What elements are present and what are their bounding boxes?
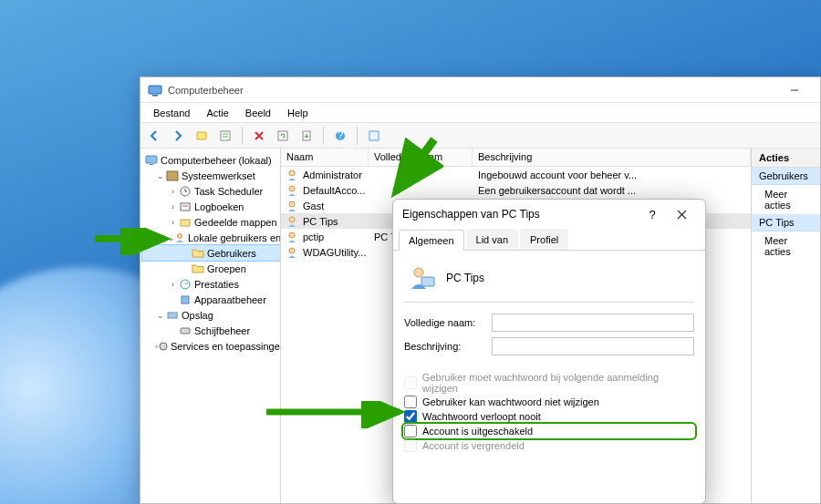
checkbox[interactable]	[404, 425, 417, 437]
delete-button[interactable]	[249, 126, 269, 146]
tab-lidvan[interactable]: Lid van	[466, 229, 518, 250]
tree-item-schijfbeheer[interactable]: Schijfbeheer	[142, 323, 280, 338]
user-icon	[286, 169, 299, 181]
menu-beeld[interactable]: Beeld	[238, 106, 278, 120]
tree-item-logboeken[interactable]: ›Logboeken	[142, 199, 280, 214]
tree-item-gedeelde-mappen[interactable]: ›Gedeelde mappen	[142, 214, 280, 230]
checkbox-label: Account is uitgeschakeld	[422, 426, 533, 437]
svg-rect-12	[146, 156, 157, 163]
tab-profiel[interactable]: Profiel	[520, 229, 568, 250]
menubar: Bestand Actie Beeld Help	[140, 103, 820, 123]
svg-rect-11	[369, 131, 379, 140]
svg-rect-21	[182, 296, 189, 303]
svg-rect-14	[167, 171, 178, 180]
cell-name: WDAGUtility...	[303, 247, 366, 258]
folder-icon	[191, 247, 205, 260]
users-icon	[175, 231, 186, 244]
tree-item-label: Logboeken	[194, 201, 244, 212]
up-button[interactable]	[192, 126, 212, 146]
tree-expander-icon[interactable]: ⌄	[155, 171, 165, 180]
tree-item-apparaatbeheer[interactable]: Apparaatbeheer	[142, 292, 280, 307]
menu-bestand[interactable]: Bestand	[146, 106, 197, 120]
tab-algemeen[interactable]: Algemeen	[399, 230, 464, 251]
disk-icon	[178, 324, 192, 337]
tree-item-label: Gedeelde mappen	[194, 217, 277, 228]
svg-rect-4	[221, 131, 230, 140]
properties-button[interactable]	[215, 126, 235, 146]
view-button[interactable]	[364, 126, 384, 146]
user-row[interactable]: AdministratorIngebouwd account voor behe…	[281, 167, 751, 182]
svg-rect-16	[181, 203, 190, 211]
checkbox-row: Account is vergrendeld	[404, 439, 694, 452]
refresh-button[interactable]	[273, 126, 293, 146]
tree-expander-icon[interactable]: ›	[168, 218, 178, 227]
tree-item-groepen[interactable]: Groepen	[142, 261, 280, 276]
tree-item-gebruikers[interactable]: Gebruikers	[142, 245, 280, 261]
tree-expander-icon[interactable]: ›	[168, 280, 178, 289]
tree-item-label: Lokale gebruikers en gro	[188, 232, 281, 243]
share-icon	[178, 216, 192, 229]
export-button[interactable]	[296, 126, 317, 146]
user-row[interactable]: DefaultAcco...Een gebruikersaccount dat …	[281, 182, 751, 198]
user-icon	[286, 200, 299, 212]
menu-help[interactable]: Help	[280, 106, 316, 120]
tree-item-label: Apparaatbeheer	[194, 294, 266, 305]
tree-item-label: Schijfbeheer	[194, 325, 250, 336]
tree-expander-icon[interactable]: ›	[168, 187, 178, 196]
checkbox-row: Gebruiker moet wachtwoord bij volgende a…	[404, 372, 694, 394]
window-title: Computerbeheer	[168, 85, 244, 96]
cell-description: Een gebruikersaccount dat wordt ...	[478, 185, 636, 196]
properties-dialog: Eigenschappen van PC Tips ? Algemeen Lid…	[392, 199, 706, 504]
checkbox[interactable]	[404, 396, 417, 408]
titlebar[interactable]: Computerbeheer	[140, 77, 820, 103]
cell-name: DefaultAcco...	[303, 185, 365, 196]
label-fullname: Volledige naam:	[404, 317, 492, 328]
svg-rect-13	[150, 164, 153, 165]
user-icon	[286, 184, 299, 197]
input-fullname[interactable]	[492, 314, 694, 332]
tree-root[interactable]: Computerbeheer (lokaal)	[142, 152, 280, 168]
tree-item-label: Services en toepassingen	[171, 341, 281, 352]
minimize-button[interactable]	[776, 77, 813, 103]
help-button[interactable]: ?	[330, 126, 350, 146]
svg-rect-1	[152, 95, 158, 97]
tree-item-lokale-gebruikers-en-gro[interactable]: ⌄Lokale gebruikers en gro	[142, 230, 280, 245]
dialog-titlebar[interactable]: Eigenschappen van PC Tips ?	[393, 200, 705, 229]
tree-expander-icon[interactable]: ⌄	[155, 311, 165, 320]
svg-rect-22	[168, 313, 177, 318]
forward-button[interactable]	[168, 126, 188, 146]
input-description[interactable]	[492, 337, 694, 355]
col-name[interactable]: Naam	[281, 149, 369, 166]
dialog-user-name: PC Tips	[446, 272, 484, 284]
action-item[interactable]: Meer acties	[752, 185, 820, 214]
dialog-close-button[interactable]	[667, 201, 696, 227]
tree-expander-icon[interactable]: ⌄	[168, 233, 175, 242]
actions-header: Acties	[752, 149, 820, 168]
tree-root-label: Computerbeheer (lokaal)	[161, 155, 272, 166]
tree-item-services-en-toepassingen[interactable]: ›Services en toepassingen	[142, 338, 280, 354]
cell-description: Ingebouwd account voor beheer v...	[478, 170, 637, 180]
user-icon	[286, 215, 299, 228]
action-item[interactable]: Meer acties	[752, 231, 820, 261]
tree-item-opslag[interactable]: ⌄Opslag	[142, 307, 280, 323]
back-button[interactable]	[144, 126, 164, 146]
checkbox-label: Gebruiker moet wachtwoord bij volgende a…	[422, 372, 694, 394]
svg-rect-23	[181, 328, 190, 334]
tree-item-label: Gebruikers	[207, 248, 256, 259]
svg-rect-3	[197, 132, 206, 139]
user-avatar-icon	[408, 263, 437, 293]
checkbox-row[interactable]: Wachtwoord verloopt nooit	[404, 410, 694, 423]
tree-item-prestaties[interactable]: ›Prestaties	[142, 276, 280, 292]
tree-item-systeemwerkset[interactable]: ⌄Systeemwerkset	[142, 168, 280, 183]
checkbox[interactable]	[404, 410, 417, 423]
checkbox-row[interactable]: Gebruiker kan wachtwoord niet wijzigen	[404, 396, 694, 408]
tree-expander-icon[interactable]: ›	[168, 202, 178, 211]
col-desc[interactable]: Beschrijving	[473, 149, 751, 166]
dialog-help-button[interactable]: ?	[638, 201, 667, 227]
checkbox	[404, 439, 417, 452]
menu-actie[interactable]: Actie	[199, 106, 235, 120]
col-full[interactable]: Volledige naam	[369, 149, 473, 166]
checkbox-row[interactable]: Account is uitgeschakeld	[404, 425, 694, 437]
tree-item-task-scheduler[interactable]: ›Task Scheduler	[142, 183, 280, 199]
perf-icon	[178, 278, 192, 291]
